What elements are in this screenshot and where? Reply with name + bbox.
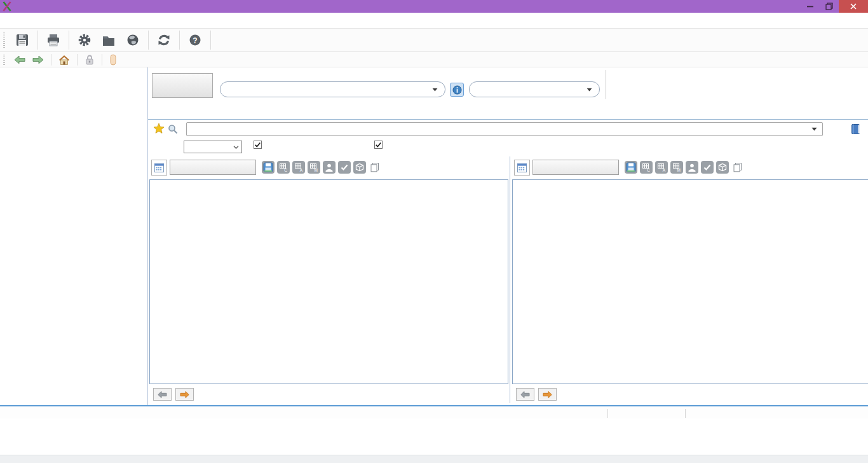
chevron-down-icon	[233, 145, 239, 149]
lock-button[interactable]	[83, 53, 97, 66]
svg-text:?: ?	[193, 36, 197, 45]
status-separator	[685, 409, 686, 418]
compare-pane-right: C A M	[512, 156, 868, 403]
favourite-star-icon[interactable]	[153, 123, 165, 134]
view-button[interactable]	[152, 73, 213, 98]
search-icon[interactable]	[168, 124, 178, 134]
chevron-down-icon	[432, 88, 438, 92]
date-accessed-toggle[interactable]: A	[655, 161, 668, 174]
window-controls	[801, 0, 868, 13]
settings-gear-button[interactable]	[74, 31, 95, 50]
svg-text:C: C	[647, 168, 650, 172]
touch-button[interactable]	[107, 53, 119, 66]
cube-toggle[interactable]	[716, 161, 729, 174]
status-bar	[0, 405, 868, 418]
owner-toggle[interactable]	[323, 161, 336, 174]
page-previous-button[interactable]	[153, 388, 172, 401]
svg-text:M: M	[677, 168, 681, 172]
pager	[149, 387, 508, 402]
folder-history-controls	[148, 67, 868, 102]
window-bottom-area	[0, 431, 868, 463]
menu-bar	[0, 13, 868, 28]
toolbar-separator	[69, 31, 69, 50]
show-full-path-checkbox[interactable]	[254, 141, 262, 149]
title-bar	[0, 0, 868, 13]
restore-button[interactable]	[820, 0, 839, 13]
chevron-down-icon	[587, 88, 592, 92]
save-results-button[interactable]	[625, 161, 637, 174]
svg-text:M: M	[315, 168, 318, 172]
calendar-button[interactable]	[151, 160, 167, 176]
app-logo-icon	[3, 1, 11, 11]
status-separator	[607, 409, 608, 418]
chevron-down-icon	[811, 127, 817, 131]
save-results-button[interactable]	[262, 161, 275, 174]
owner-toggle[interactable]	[686, 161, 698, 174]
svg-text:A: A	[663, 168, 666, 172]
open-folder-button[interactable]	[98, 31, 119, 50]
page-previous-button[interactable]	[516, 388, 534, 401]
date-created-toggle[interactable]: C	[640, 161, 653, 174]
file-table	[512, 179, 868, 384]
web-globe-button[interactable]	[122, 31, 144, 50]
toolbar-separator	[102, 54, 102, 66]
help-button[interactable]: ?	[184, 31, 206, 50]
toolbar-grip	[3, 32, 5, 48]
pager	[512, 387, 868, 402]
save-button[interactable]	[11, 31, 33, 50]
size-unit-select[interactable]	[184, 141, 242, 153]
status-toggle[interactable]	[701, 161, 714, 174]
svg-text:A: A	[300, 168, 303, 172]
copy-results-button[interactable]	[731, 161, 744, 174]
forward-button[interactable]	[31, 55, 46, 65]
toolbar-separator	[148, 31, 149, 50]
main-toolbar: ?	[0, 28, 868, 52]
page-next-button[interactable]	[538, 388, 557, 401]
nav-toolbar	[0, 52, 868, 67]
toolbar-separator	[210, 31, 211, 50]
scan-info-button[interactable]	[450, 83, 464, 97]
refresh-button[interactable]	[153, 31, 175, 50]
report-book-button[interactable]	[850, 122, 862, 136]
minimize-button[interactable]	[801, 0, 820, 13]
close-button[interactable]	[839, 0, 868, 13]
window-bottom-strip	[0, 455, 868, 463]
compare-pane-left: C A M	[149, 156, 508, 403]
toolbar-grip	[3, 55, 5, 65]
date-created-toggle[interactable]: C	[277, 161, 290, 174]
folder-history-computer-combo[interactable]	[469, 81, 600, 97]
toolbar-separator	[37, 31, 38, 50]
footer-hint	[0, 418, 868, 431]
main-area: C A M C A	[147, 67, 868, 405]
file-table	[149, 179, 508, 384]
scan-date-button[interactable]	[170, 160, 256, 175]
sidebar	[0, 67, 147, 405]
svg-text:C: C	[284, 168, 287, 172]
cube-toggle[interactable]	[353, 161, 366, 174]
toolbar-separator	[51, 54, 51, 66]
date-modified-toggle[interactable]: M	[308, 161, 320, 174]
toolbar-separator	[77, 54, 78, 66]
pane-divider	[510, 156, 510, 403]
home-button[interactable]	[57, 54, 72, 66]
print-button[interactable]	[43, 31, 64, 50]
back-button[interactable]	[12, 55, 27, 65]
tab-bar	[148, 102, 868, 119]
calendar-button[interactable]	[514, 160, 530, 176]
controls-separator	[606, 70, 606, 99]
date-accessed-toggle[interactable]: A	[292, 161, 305, 174]
colour-code-checkbox[interactable]	[374, 141, 383, 149]
copy-results-button[interactable]	[369, 161, 381, 174]
folder-history-folder-combo[interactable]	[220, 81, 445, 97]
date-modified-toggle[interactable]: M	[670, 161, 683, 174]
toolbar-separator	[179, 31, 180, 50]
pane-toolbar: C A M	[149, 156, 508, 178]
search-history-combo[interactable]	[186, 122, 823, 136]
pane-toolbar: C A M	[512, 156, 868, 178]
status-toggle[interactable]	[338, 161, 351, 174]
scan-date-button[interactable]	[532, 160, 619, 175]
page-next-button[interactable]	[175, 388, 194, 401]
tab-content: C A M C A	[148, 119, 868, 405]
